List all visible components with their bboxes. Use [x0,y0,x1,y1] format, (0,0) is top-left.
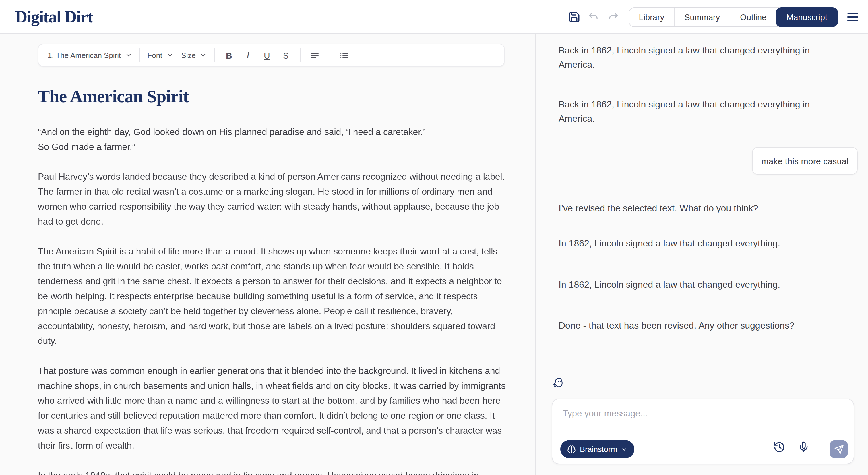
menu-button[interactable] [847,12,858,22]
app-logo: Digital Dirt [15,7,93,26]
document-paragraph[interactable]: Paul Harvey’s words landed because they … [38,170,507,229]
divider [214,48,215,62]
font-dropdown[interactable]: Font [147,51,173,59]
ghost-icon [551,376,564,389]
underline-button[interactable]: U [260,48,274,63]
app-header: Digital Dirt Library [0,0,868,34]
brainstorm-mode-button[interactable]: Brainstorm [560,440,634,458]
divider [330,48,330,62]
size-dropdown-label: Size [181,51,196,59]
chat-composer: Brainstorm [552,398,854,464]
assistant-message: Back in 1862, Lincoln signed a law that … [559,97,810,126]
assistant-message: Done - that text has been revised. Any o… [559,318,795,332]
chevron-down-icon [621,446,628,452]
list-button[interactable] [338,48,351,63]
tab-summary[interactable]: Summary [674,8,730,26]
size-dropdown[interactable]: Size [181,51,207,59]
divider [139,48,140,62]
chat-panel: Back in 1862, Lincoln signed a law that … [535,34,868,475]
document-paragraph[interactable]: That posture was common enough in earlie… [38,363,507,453]
undo-icon [587,11,599,23]
font-dropdown-label: Font [147,51,162,59]
chevron-down-icon [125,52,132,59]
assistant-message: I’ve revised the selected text. What do … [559,201,758,215]
history-icon [773,441,785,453]
history-button[interactable] [771,439,787,455]
view-switcher: Library Summary Outline Manuscript [629,7,838,27]
tab-manuscript[interactable]: Manuscript [776,7,838,27]
send-icon [834,444,844,454]
microphone-icon [798,441,809,453]
editor-pane: 1. The American Spirit Font Size B I U S [0,34,535,475]
chevron-down-icon [200,52,207,59]
send-button[interactable] [830,440,848,458]
bold-button[interactable]: B [222,48,236,63]
align-left-icon [310,50,320,60]
document-body[interactable]: “And on the eighth day, God looked down … [38,125,507,475]
strikethrough-button[interactable]: S [279,48,293,63]
brain-icon [567,445,576,453]
redo-icon [608,11,619,23]
document-paragraph[interactable]: “And on the eighth day, God looked down … [38,125,507,154]
header-controls: Library Summary Outline Manuscript [568,0,859,34]
tab-library[interactable]: Library [629,8,674,26]
divider [300,48,301,62]
app-window: Digital Dirt Library [0,0,868,475]
undo-button[interactable] [587,11,599,23]
hamburger-menu-icon [847,12,858,22]
italic-button[interactable]: I [241,48,255,63]
bullet-list-icon [340,50,349,60]
document-paragraph[interactable]: The American Spirit is a habit of life m… [38,244,507,349]
save-icon [568,11,580,23]
document-title[interactable]: The American Spirit [38,86,189,107]
align-button[interactable] [308,48,322,63]
document-paragraph[interactable]: In the early 1940s, that spirit could be… [38,468,507,475]
assistant-message: Back in 1862, Lincoln signed a law that … [559,43,810,72]
paragraph-style-dropdown[interactable]: 1. The American Spirit [48,51,132,59]
mic-button[interactable] [796,439,812,455]
paragraph-style-label: 1. The American Spirit [48,51,121,59]
message-input[interactable] [563,408,838,433]
assistant-message: In 1862, Lincoln signed a law that chang… [559,236,780,250]
assistant-message: In 1862, Lincoln signed a law that chang… [559,277,780,292]
redo-button[interactable] [608,11,619,23]
mode-label: Brainstorm [580,445,617,453]
chevron-down-icon [166,52,173,59]
user-message-bubble: make this more casual [752,147,858,175]
format-toolbar: 1. The American Spirit Font Size B I U S [38,43,505,67]
save-button[interactable] [568,11,580,23]
tab-outline[interactable]: Outline [730,8,776,26]
